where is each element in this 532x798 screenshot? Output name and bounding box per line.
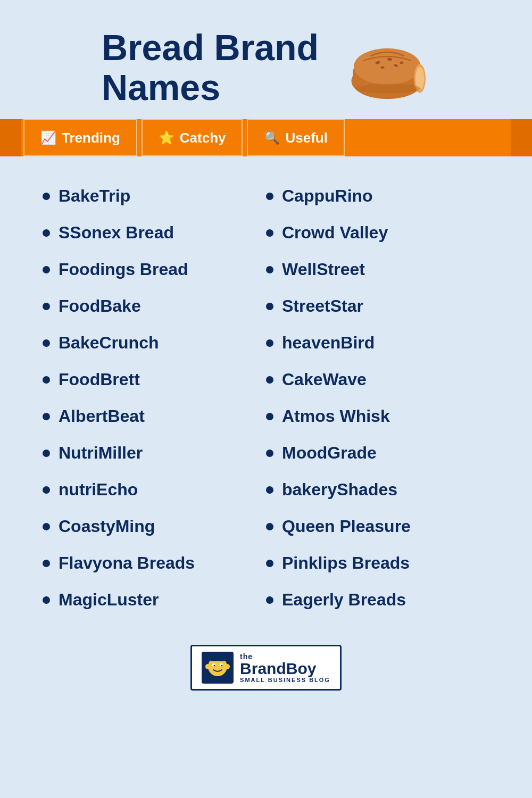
brand-item-left-5: FoodBrett <box>43 361 266 398</box>
svg-point-15 <box>214 665 215 667</box>
bullet-right-11 <box>266 596 273 604</box>
header-title: Bread Brand Names <box>102 28 319 107</box>
brand-name-left-2: Foodings Bread <box>59 260 188 279</box>
brand-name-left-1: SSonex Bread <box>59 223 174 243</box>
brand-name-left-0: BakeTrip <box>59 186 130 206</box>
tag-useful[interactable]: 🔍 Useful <box>247 119 344 156</box>
brand-item-right-4: heavenBird <box>266 325 489 361</box>
bullet-left-8 <box>43 486 50 494</box>
page-wrapper: Bread Brand Names <box>0 0 532 798</box>
bullet-right-5 <box>266 376 273 384</box>
logo-box: the BrandBoy SMALL BUSINESS BLOG <box>190 645 342 691</box>
logo-brandboy-text: BrandBoy <box>240 661 316 677</box>
catchy-label: Catchy <box>180 130 226 146</box>
header: Bread Brand Names <box>0 0 532 119</box>
brand-item-left-7: NutriMiller <box>43 435 266 471</box>
brand-item-left-0: BakeTrip <box>43 178 266 214</box>
bullet-left-4 <box>43 339 50 347</box>
title-line1: Bread Brand <box>102 27 319 68</box>
brand-name-right-8: bakeryShades <box>282 480 397 500</box>
footer: the BrandBoy SMALL BUSINESS BLOG <box>0 629 532 701</box>
brand-name-right-5: CakeWave <box>282 370 367 389</box>
brand-name-left-9: CoastyMing <box>59 517 155 536</box>
useful-label: Useful <box>285 130 327 146</box>
bullet-left-5 <box>43 376 50 384</box>
bullet-right-10 <box>266 560 273 567</box>
bullet-left-1 <box>43 229 50 237</box>
brand-name-right-10: Pinklips Breads <box>282 553 410 573</box>
svg-point-20 <box>225 664 230 669</box>
brand-item-left-1: SSonex Bread <box>43 214 266 251</box>
brand-item-right-6: Atmos Whisk <box>266 398 489 435</box>
brand-item-right-1: Crowd Valley <box>266 214 489 251</box>
brand-name-left-6: AlbertBeat <box>59 406 145 426</box>
bullet-right-9 <box>266 523 273 530</box>
logo-subtitle-text: SMALL BUSINESS BLOG <box>240 677 330 683</box>
brand-item-right-0: CappuRino <box>266 178 489 214</box>
brand-item-right-2: WellStreet <box>266 251 489 288</box>
catchy-icon: ⭐ <box>159 130 174 145</box>
brand-name-left-4: BakeCrunch <box>59 333 159 353</box>
brand-item-left-11: MagicLuster <box>43 581 266 618</box>
brand-name-right-11: Eagerly Breads <box>282 590 406 610</box>
brand-name-right-0: CappuRino <box>282 186 373 206</box>
brand-name-left-3: FoodBake <box>59 296 141 316</box>
brand-item-right-7: MoodGrade <box>266 435 489 471</box>
bullet-right-1 <box>266 229 273 237</box>
svg-point-2 <box>354 48 421 85</box>
brand-name-left-11: MagicLuster <box>59 590 159 610</box>
bullet-right-8 <box>266 486 273 494</box>
bullet-left-3 <box>43 303 50 310</box>
brand-name-left-10: Flavyona Breads <box>59 553 195 573</box>
trending-icon: 📈 <box>40 130 56 145</box>
logo-text: the BrandBoy SMALL BUSINESS BLOG <box>240 652 330 683</box>
brand-item-right-3: StreetStar <box>266 288 489 325</box>
bread-svg <box>335 27 430 106</box>
brand-item-right-10: Pinklips Breads <box>266 545 489 581</box>
tags-bar: 📈 Trending ⭐ Catchy 🔍 Useful <box>0 119 532 156</box>
brand-name-right-3: StreetStar <box>282 296 363 316</box>
brand-item-left-10: Flavyona Breads <box>43 545 266 581</box>
brand-name-left-7: NutriMiller <box>59 443 143 463</box>
brand-name-right-1: Crowd Valley <box>282 223 388 243</box>
brand-name-right-9: Queen Pleasure <box>282 517 411 536</box>
brand-name-right-7: MoodGrade <box>282 443 377 463</box>
bullet-left-11 <box>43 596 50 604</box>
bullet-left-7 <box>43 450 50 457</box>
tag-side-left <box>0 119 21 156</box>
bullet-right-2 <box>266 266 273 273</box>
bread-illustration <box>335 27 430 109</box>
bullet-right-4 <box>266 339 273 347</box>
bullet-left-0 <box>43 193 50 200</box>
title-line2: Names <box>102 67 220 107</box>
brand-item-right-5: CakeWave <box>266 361 489 398</box>
bullet-right-0 <box>266 193 273 200</box>
brand-item-left-8: nutriEcho <box>43 471 266 508</box>
brand-name-left-8: nutriEcho <box>59 480 138 500</box>
bullet-left-2 <box>43 266 50 273</box>
bullet-left-6 <box>43 413 50 420</box>
brand-item-left-6: AlbertBeat <box>43 398 266 435</box>
tags-inner: 📈 Trending ⭐ Catchy 🔍 Useful <box>21 119 511 156</box>
brand-name-right-4: heavenBird <box>282 333 375 353</box>
brand-name-left-5: FoodBrett <box>59 370 140 389</box>
bullet-right-6 <box>266 413 273 420</box>
brand-item-right-11: Eagerly Breads <box>266 581 489 618</box>
useful-icon: 🔍 <box>264 130 280 145</box>
brand-item-right-9: Queen Pleasure <box>266 508 489 545</box>
tag-catchy[interactable]: ⭐ Catchy <box>142 119 243 156</box>
brand-item-right-8: bakeryShades <box>266 471 489 508</box>
svg-point-8 <box>380 66 384 69</box>
brandboy-logo-icon <box>202 652 234 684</box>
svg-point-10 <box>356 84 421 93</box>
brand-item-left-4: BakeCrunch <box>43 325 266 361</box>
brands-col-right: CappuRinoCrowd ValleyWellStreetStreetSta… <box>266 178 489 618</box>
svg-point-19 <box>205 664 211 669</box>
brand-item-left-9: CoastyMing <box>43 508 266 545</box>
brand-item-left-2: Foodings Bread <box>43 251 266 288</box>
brand-name-right-6: Atmos Whisk <box>282 406 390 426</box>
brands-col-left: BakeTripSSonex BreadFoodings BreadFoodBa… <box>43 178 266 618</box>
bullet-right-3 <box>266 303 273 310</box>
tag-trending[interactable]: 📈 Trending <box>23 119 137 156</box>
trending-label: Trending <box>62 130 120 146</box>
